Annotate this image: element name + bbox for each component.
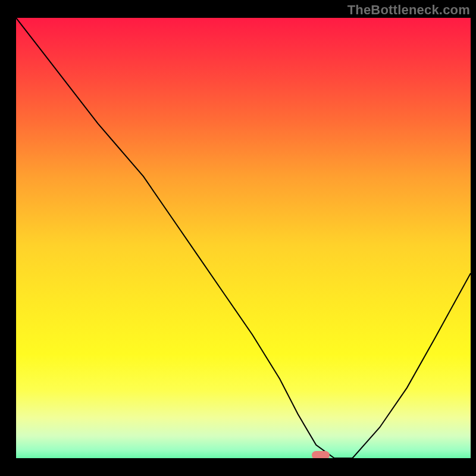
watermark-text: TheBottleneck.com [347, 2, 470, 18]
plot-area [16, 18, 471, 458]
chart-frame: TheBottleneck.com [0, 0, 476, 476]
optimal-marker [312, 451, 330, 458]
bottleneck-curve [16, 18, 471, 458]
